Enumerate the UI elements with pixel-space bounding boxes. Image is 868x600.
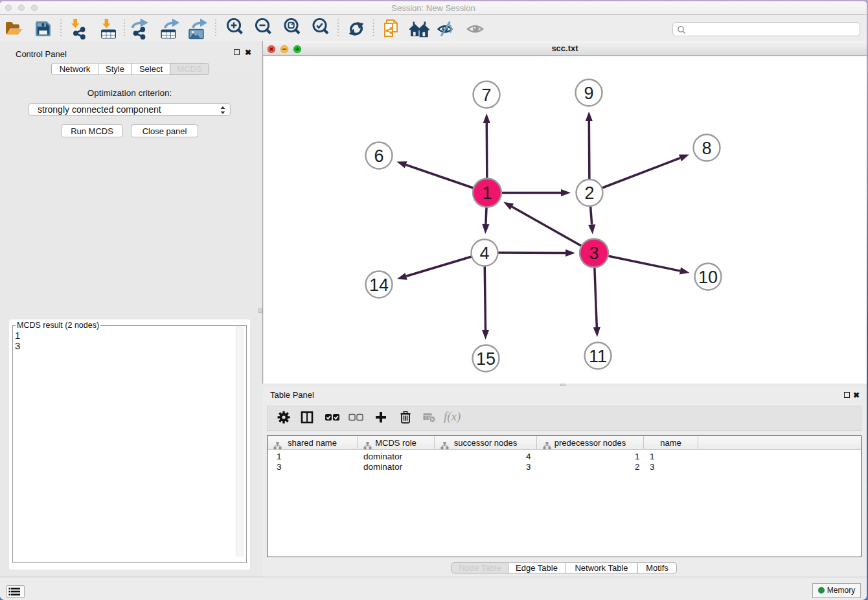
svg-text:7: 7 <box>481 86 491 105</box>
svg-text:14: 14 <box>369 275 389 295</box>
svg-text:3: 3 <box>589 244 599 263</box>
svg-text:10: 10 <box>698 268 718 287</box>
svg-text:6: 6 <box>374 146 383 166</box>
svg-text:4: 4 <box>479 244 489 263</box>
svg-text:1: 1 <box>482 183 492 203</box>
svg-text:8: 8 <box>702 139 711 158</box>
svg-text:9: 9 <box>584 84 593 103</box>
svg-text:11: 11 <box>589 347 607 366</box>
svg-text:2: 2 <box>584 183 594 203</box>
svg-text:15: 15 <box>476 349 496 369</box>
